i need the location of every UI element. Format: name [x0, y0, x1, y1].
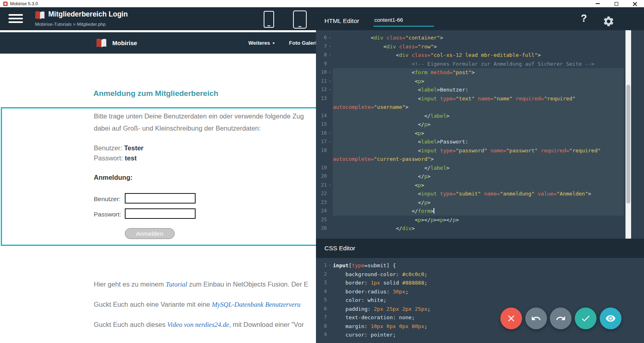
fold-arrow-icon[interactable]: ▾ [327, 42, 333, 51]
code-line[interactable]: 2 background-color: #c0c0c0; [316, 270, 644, 279]
code-line[interactable]: 25 <p></p><p></p> [316, 216, 644, 225]
css-editor-code[interactable]: 1▾input[type=submit] {2 background-color… [316, 258, 644, 343]
fold-arrow-icon[interactable]: ▾ [327, 129, 333, 138]
fold-spacer [327, 164, 333, 173]
html-editor-code[interactable]: 6▾ <div class="container">7▾ <div class=… [316, 30, 644, 239]
block-name-input[interactable] [374, 16, 434, 27]
code-line[interactable]: 15 </p> [316, 120, 644, 129]
anmelden-button[interactable]: Anmelden [125, 228, 175, 239]
code-text: </label> [333, 112, 624, 121]
code-text: color: white; [333, 296, 624, 305]
code-line[interactable]: 3 border: 1px solid #888888; [316, 279, 644, 287]
code-line[interactable]: autocomplete="current-password"> [316, 155, 644, 164]
code-line[interactable]: 18 <input type="password" name="passwort… [316, 146, 644, 155]
code-token: "current-password" [374, 156, 431, 162]
code-token: autocomplete= [333, 104, 374, 110]
hamburger-menu-button[interactable] [8, 14, 23, 23]
mobile-view-icon[interactable] [264, 11, 274, 28]
x-icon [506, 313, 516, 324]
site-brand[interactable]: Mobirise [112, 39, 137, 46]
fold-spacer [327, 305, 333, 314]
password-input[interactable] [125, 208, 196, 219]
redo-button[interactable] [550, 308, 572, 329]
code-line[interactable]: 9 <!-- Eigenes Formular zur Anmeldung au… [316, 60, 644, 69]
page-preview[interactable]: Mobirise Weiteres ▾Foto Galeri Anmeldung… [0, 30, 316, 343]
html-editor-title: HTML Editor [324, 17, 359, 25]
code-line[interactable]: 4 border-radius: 30px; [316, 287, 644, 296]
fold-arrow-icon[interactable]: ▾ [327, 77, 333, 86]
fold-arrow-icon[interactable]: ▾ [327, 85, 333, 94]
code-line[interactable]: 20 </p> [316, 172, 644, 181]
hamburger-icon [8, 18, 23, 19]
code-line[interactable]: 10▾ <form method="post"> [316, 68, 644, 77]
undo-arrow-icon [531, 313, 541, 324]
eye-icon [605, 313, 616, 324]
code-token: 0px [386, 323, 396, 329]
fold-spacer [327, 207, 333, 216]
code-token: border: [333, 280, 371, 286]
fold-arrow-icon[interactable]: ▾ [327, 261, 333, 270]
code-line[interactable]: 22 <input type="submit" name="anmeldung"… [316, 189, 644, 198]
fold-arrow-icon[interactable]: ▾ [327, 51, 333, 60]
tablet-view-icon[interactable] [293, 10, 307, 29]
code-line[interactable]: 5 color: white; [316, 296, 644, 305]
code-token: < [333, 44, 386, 50]
code-line[interactable]: 8▾ <div class="col-xs-12 lead mbr-editab… [316, 51, 644, 60]
code-line[interactable]: 11▾ <p> [316, 77, 644, 86]
close-window-button[interactable] [625, 0, 644, 7]
help-icon[interactable]: ? [581, 12, 587, 24]
fold-arrow-icon[interactable]: ▾ [327, 33, 333, 42]
nav-link[interactable]: Foto Galeri [289, 40, 316, 46]
settings-button[interactable] [603, 15, 615, 28]
text-link[interactable]: MySQL-Datenbank Benutzerveru [212, 301, 300, 308]
chevron-down-icon: ▾ [272, 41, 275, 45]
code-text: </label> [333, 164, 624, 173]
code-line[interactable]: 17▾ <label>Passwort: [316, 137, 644, 146]
apply-button[interactable] [575, 308, 597, 329]
code-token: ; [424, 323, 427, 329]
code-text: border: 1px solid #888888; [333, 279, 624, 287]
minimize-button[interactable] [588, 0, 607, 7]
fold-arrow-icon[interactable]: ▾ [327, 137, 333, 146]
code-text: <p> [333, 77, 624, 86]
code-line[interactable]: 24 </form> [316, 207, 644, 216]
scrollbar-track[interactable] [625, 30, 631, 239]
code-token [437, 191, 440, 197]
code-line[interactable]: 12▾ <label>Benutzer: [316, 85, 644, 94]
code-token: "required" [544, 96, 575, 102]
code-line[interactable]: 1▾input[type=submit] { [316, 261, 644, 270]
code-line[interactable]: 9 cursor: pointer; [316, 331, 644, 339]
checkmark-icon [580, 313, 591, 324]
scrollbar-thumb[interactable] [626, 85, 630, 204]
fold-spacer [327, 120, 333, 129]
undo-button[interactable] [525, 308, 547, 329]
fold-spacer [327, 103, 333, 112]
code-line[interactable]: 19 </label> [316, 164, 644, 173]
code-line[interactable]: 7▾ <div class="row"> [316, 42, 644, 51]
code-line[interactable]: 23 </p> [316, 198, 644, 207]
fold-arrow-icon[interactable]: ▾ [327, 68, 333, 77]
code-text: <div class="row"> [333, 42, 624, 51]
text-link[interactable]: Tutorial [166, 281, 187, 288]
username-input[interactable] [125, 193, 196, 204]
code-line[interactable]: 21▾ <p> [316, 181, 644, 190]
maximize-button[interactable] [607, 0, 625, 7]
text-link[interactable]: Video von nerdies24.de [167, 321, 229, 328]
preview-button[interactable] [600, 308, 621, 329]
code-line[interactable]: 16▾ <p> [316, 129, 644, 138]
app-header: Mitgliederbereich Login Mobirise-Tutoria… [0, 7, 644, 30]
code-token: > [538, 52, 541, 58]
site-logo-icon[interactable] [95, 38, 107, 48]
code-line[interactable]: 14 </label> [316, 112, 644, 121]
code-token [538, 148, 541, 154]
discard-button[interactable] [500, 308, 522, 329]
code-line[interactable]: 6▾ <div class="container"> [316, 33, 644, 42]
code-line[interactable]: 13 <input type="text" name="name" requir… [316, 94, 644, 103]
code-line[interactable]: autocomplete="username"> [316, 103, 644, 112]
code-line[interactable]: 26 </div> [316, 224, 644, 233]
fold-arrow-icon[interactable]: ▾ [327, 181, 333, 190]
nav-link[interactable]: Weiteres ▾ [248, 40, 275, 46]
code-line[interactable]: 6 padding: 2px 25px 2px 25px; [316, 305, 644, 314]
code-token: </ [333, 113, 431, 119]
code-token: 25px [415, 306, 427, 312]
